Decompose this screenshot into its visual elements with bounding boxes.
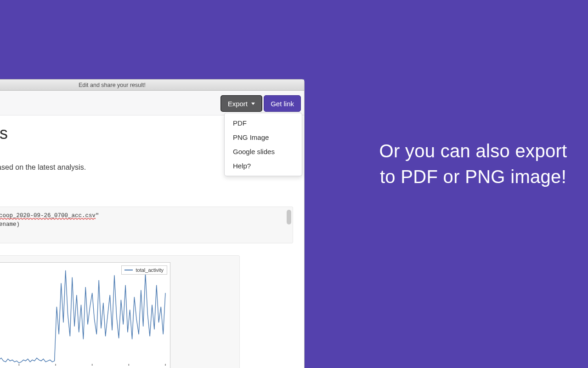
chart-container: total_activity :00:05:10:15:20:25:30 — [0, 255, 240, 368]
window-titlebar: Edit and share your result! — [0, 80, 304, 91]
line-chart-svg — [0, 263, 170, 368]
code-label: es: — [0, 194, 293, 202]
code-line-1-filename: scoop_2020-09-26_0700_acc.csv — [0, 213, 96, 219]
code-line-1-suffix: " — [96, 213, 99, 219]
app-window: Edit and share your result! Export Get l… — [0, 79, 305, 368]
code-line-2: _csv(scoop_acc_filename) — [0, 220, 287, 229]
export-button[interactable]: Export — [220, 95, 262, 112]
legend-label: total_activity — [136, 267, 164, 273]
dropdown-item-pdf[interactable]: PDF — [225, 116, 302, 130]
chart-legend: total_activity — [121, 265, 167, 275]
chart-plot: total_activity :00:05:10:15:20:25:30 — [0, 262, 170, 368]
export-dropdown: PDF PNG Image Google slides Help? — [224, 113, 302, 176]
toolbar: Export Get link PDF PNG Image Google sli… — [0, 91, 304, 115]
legend-swatch — [124, 270, 133, 270]
get-link-button-label: Get link — [271, 100, 294, 108]
code-line-3: in_shift) — [0, 230, 287, 238]
chevron-down-icon — [251, 103, 255, 105]
promo-caption: Or you can also export to PDF or PNG ima… — [377, 138, 570, 190]
scrollbar-thumb[interactable] — [287, 210, 291, 224]
code-block[interactable]: ./equipment_data/scoop_2020-09-26_0700_a… — [0, 207, 293, 243]
dropdown-item-help[interactable]: Help? — [225, 159, 302, 173]
get-link-button[interactable]: Get link — [264, 95, 301, 112]
export-button-label: Export — [228, 100, 248, 108]
dropdown-item-png[interactable]: PNG Image — [225, 130, 302, 144]
dropdown-item-google-slides[interactable]: Google slides — [225, 144, 302, 159]
